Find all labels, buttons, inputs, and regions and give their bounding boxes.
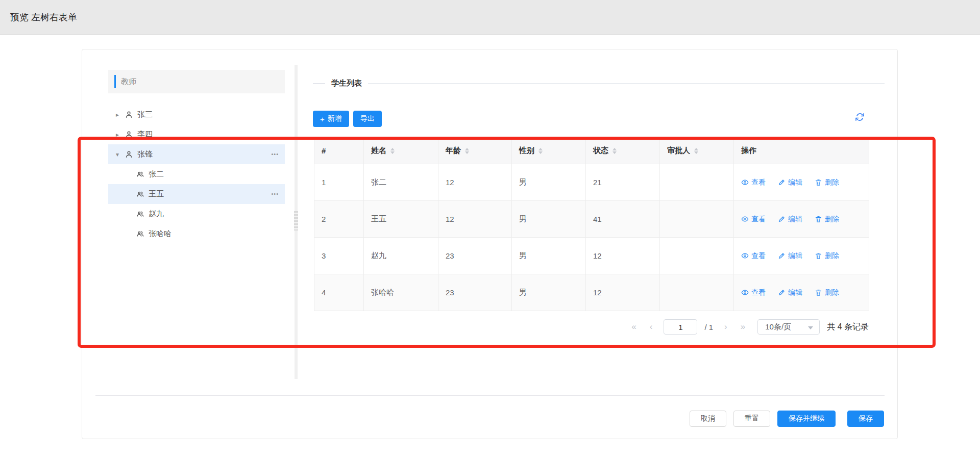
table-row[interactable]: 1 张二 12 男 21 查看 编辑 删除	[314, 164, 869, 201]
footer-divider	[95, 395, 885, 396]
column-header-approver[interactable]: 审批人	[660, 138, 734, 164]
tree-item-zhanger[interactable]: 张二	[108, 164, 285, 184]
cell-age: 23	[438, 274, 512, 311]
caret-down-icon[interactable]: ▾	[114, 151, 120, 158]
prev-page-icon[interactable]: ‹	[647, 322, 656, 332]
team-icon	[136, 170, 144, 178]
section-title-row: 学生列表	[313, 78, 885, 88]
cell-name: 王五	[364, 201, 438, 238]
cell-actions: 查看 编辑 删除	[734, 164, 869, 201]
tree-header-accent-bar	[114, 75, 116, 88]
cell-index: 4	[314, 274, 364, 311]
student-table: # 姓名 年龄 性别 状态 审批人 操作 1 张二 12 男 21	[314, 137, 869, 311]
delete-link[interactable]: 删除	[815, 178, 839, 187]
column-header-index: #	[314, 138, 364, 164]
view-link[interactable]: 查看	[741, 288, 766, 297]
cell-actions: 查看 编辑 删除	[734, 201, 869, 238]
export-button-label: 导出	[360, 114, 375, 123]
export-button[interactable]: 导出	[353, 111, 382, 127]
cell-approver	[660, 164, 734, 201]
page-number-input[interactable]	[664, 319, 697, 335]
panel-splitter[interactable]	[295, 65, 298, 379]
cell-index: 1	[314, 164, 364, 201]
column-header-gender[interactable]: 性别	[512, 138, 586, 164]
tree-header: 教师	[108, 70, 285, 93]
refresh-icon[interactable]	[855, 112, 865, 122]
sort-carets-icon[interactable]	[694, 148, 698, 154]
page-size-select[interactable]: 10条/页	[757, 319, 820, 335]
view-link[interactable]: 查看	[741, 178, 766, 187]
edit-link[interactable]: 编辑	[778, 288, 802, 297]
sort-carets-icon[interactable]	[538, 148, 543, 154]
column-header-status[interactable]: 状态	[586, 138, 660, 164]
pagination: « ‹ / 1 › » 10条/页 共 4 条记录	[314, 319, 869, 335]
eye-icon	[741, 178, 749, 186]
delete-link[interactable]: 删除	[815, 288, 839, 297]
view-link[interactable]: 查看	[741, 251, 766, 261]
edit-link[interactable]: 编辑	[778, 215, 802, 224]
cell-status: 12	[586, 238, 660, 274]
topbar: 预览 左树右表单	[0, 0, 980, 35]
team-icon	[136, 190, 144, 198]
table-row[interactable]: 2 王五 12 男 41 查看 编辑 删除	[314, 201, 869, 238]
screen: 预览 左树右表单 教师 ▸ 张三 ▸ 李四	[0, 0, 980, 460]
form-card: 教师 ▸ 张三 ▸ 李四 ▾	[82, 49, 898, 439]
tree-item-label: 王五	[149, 189, 164, 199]
delete-link[interactable]: 删除	[815, 251, 839, 261]
last-page-icon[interactable]: »	[738, 322, 748, 332]
view-link[interactable]: 查看	[741, 215, 766, 224]
cell-status: 21	[586, 164, 660, 201]
caret-right-icon[interactable]: ▸	[114, 131, 120, 138]
reset-button[interactable]: 重置	[733, 411, 770, 427]
next-page-icon[interactable]: ›	[721, 322, 730, 332]
tree-item-zhangfeng[interactable]: ▾ 张锋 •••	[108, 144, 285, 164]
team-icon	[136, 210, 144, 218]
add-button[interactable]: + 新增	[313, 111, 349, 127]
tree-item-wangwu[interactable]: 王五 •••	[108, 184, 285, 204]
save-button[interactable]: 保存	[847, 411, 884, 427]
section-title: 学生列表	[331, 79, 362, 88]
trash-icon	[815, 215, 822, 223]
eye-icon	[741, 252, 749, 260]
tree-item-zhaojiu[interactable]: 赵九	[108, 204, 285, 224]
total-records-label: 共 4 条记录	[827, 322, 869, 333]
more-icon[interactable]: •••	[271, 191, 279, 197]
title-dash	[313, 83, 325, 84]
cancel-button[interactable]: 取消	[690, 411, 726, 427]
more-icon[interactable]: •••	[271, 151, 279, 157]
edit-link[interactable]: 编辑	[778, 178, 802, 187]
cell-gender: 男	[512, 201, 586, 238]
cell-status: 41	[586, 201, 660, 238]
sort-carets-icon[interactable]	[465, 148, 469, 154]
sort-carets-icon[interactable]	[612, 148, 617, 154]
tree-item-zhanghaha[interactable]: 张哈哈	[108, 224, 285, 244]
splitter-grip-icon[interactable]	[294, 211, 298, 231]
cell-actions: 查看 编辑 删除	[734, 238, 869, 274]
cell-age: 12	[438, 164, 512, 201]
table-row[interactable]: 3 赵九 23 男 12 查看 编辑 删除	[314, 238, 869, 274]
tree-item-label: 张哈哈	[149, 229, 172, 239]
sort-carets-icon[interactable]	[390, 148, 395, 154]
eye-icon	[741, 215, 749, 223]
cell-actions: 查看 编辑 删除	[734, 274, 869, 311]
save-continue-button[interactable]: 保存并继续	[777, 411, 836, 427]
cell-approver	[660, 274, 734, 311]
plus-icon: +	[320, 115, 325, 123]
first-page-icon[interactable]: «	[628, 322, 639, 332]
page-size-value: 10条/页	[765, 322, 791, 332]
caret-right-icon[interactable]: ▸	[114, 111, 120, 118]
tree-item-lisi[interactable]: ▸ 李四	[108, 124, 285, 144]
cell-name: 赵九	[364, 238, 438, 274]
table-row[interactable]: 4 张哈哈 23 男 12 查看 编辑 删除	[314, 274, 869, 311]
delete-link[interactable]: 删除	[815, 215, 839, 224]
column-header-name[interactable]: 姓名	[364, 138, 438, 164]
edit-link[interactable]: 编辑	[778, 251, 802, 261]
cell-status: 12	[586, 274, 660, 311]
tree-item-zhangsan[interactable]: ▸ 张三	[108, 105, 285, 124]
cell-gender: 男	[512, 238, 586, 274]
table-header-row: # 姓名 年龄 性别 状态 审批人 操作	[314, 138, 869, 164]
tree-item-label: 赵九	[149, 209, 164, 219]
tree-item-label: 张锋	[137, 149, 153, 159]
column-header-age[interactable]: 年龄	[438, 138, 512, 164]
trash-icon	[815, 252, 822, 260]
